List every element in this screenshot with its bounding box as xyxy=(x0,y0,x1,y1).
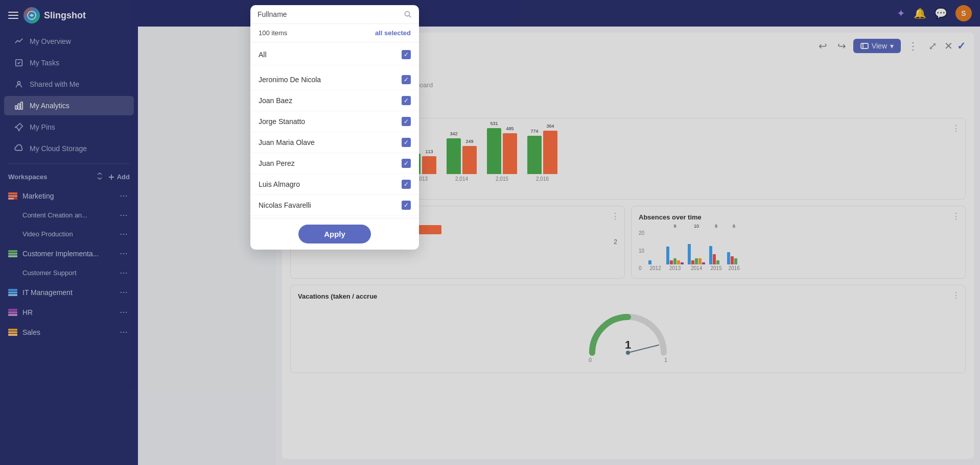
checkbox-nicolas[interactable]: ✓ xyxy=(402,201,411,210)
filter-item-joan[interactable]: Joan Baez ✓ xyxy=(250,90,419,111)
filter-item-luis[interactable]: Luis Almagro ✓ xyxy=(250,174,419,195)
svg-line-33 xyxy=(409,16,411,18)
filter-popup: Fullname 100 items all selected All ✓ Je… xyxy=(250,5,419,250)
popup-top-bar: 100 items all selected xyxy=(250,24,419,42)
filter-item-all[interactable]: All ✓ xyxy=(250,44,419,65)
popup-search-bar: Fullname xyxy=(250,5,419,24)
item-count: 100 items xyxy=(259,29,287,37)
filter-search-input[interactable] xyxy=(291,10,400,18)
checkbox-luis[interactable]: ✓ xyxy=(402,180,411,189)
search-icon xyxy=(404,10,412,18)
popup-list: All ✓ Jeronimo De Nicola ✓ Joan Baez ✓ J… xyxy=(250,42,419,218)
checkbox-jeronimo[interactable]: ✓ xyxy=(402,75,411,84)
checkbox-joan[interactable]: ✓ xyxy=(402,96,411,105)
filter-item-jorge[interactable]: Jorge Stanatto ✓ xyxy=(250,111,419,132)
filter-item-nicolas[interactable]: Nicolas Favarelli ✓ xyxy=(250,195,419,216)
filter-item-juan-maria[interactable]: Juan Maria Olave ✓ xyxy=(250,132,419,153)
filter-item-juan-perez[interactable]: Juan Perez ✓ xyxy=(250,153,419,174)
modal-overlay[interactable] xyxy=(0,0,980,465)
svg-point-32 xyxy=(405,12,410,16)
checkbox-jorge[interactable]: ✓ xyxy=(402,117,411,126)
popup-field-label: Fullname xyxy=(258,10,287,18)
filter-item-jeronimo[interactable]: Jeronimo De Nicola ✓ xyxy=(250,69,419,90)
checkbox-all[interactable]: ✓ xyxy=(402,50,411,59)
all-selected-link[interactable]: all selected xyxy=(375,29,411,37)
popup-footer: Apply xyxy=(250,218,419,250)
apply-button[interactable]: Apply xyxy=(298,225,371,243)
checkbox-juan-perez[interactable]: ✓ xyxy=(402,159,411,168)
checkbox-juan-maria[interactable]: ✓ xyxy=(402,138,411,147)
